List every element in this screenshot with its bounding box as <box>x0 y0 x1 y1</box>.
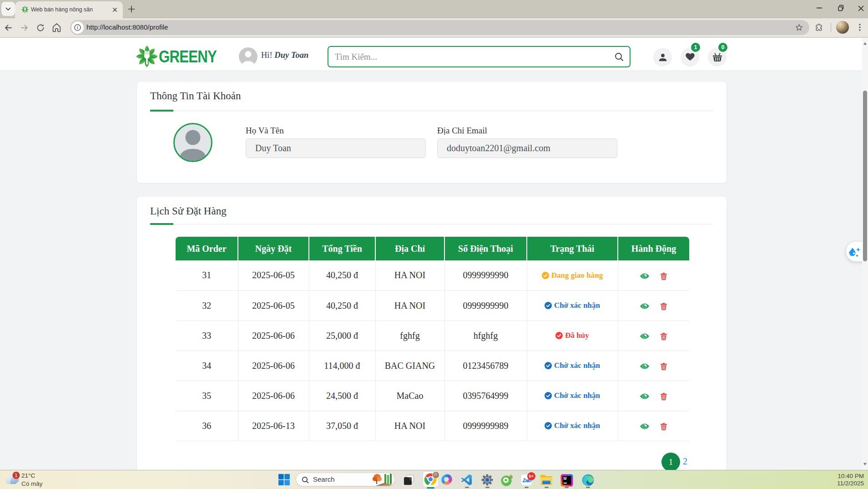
svg-text:1: 1 <box>15 473 17 478</box>
